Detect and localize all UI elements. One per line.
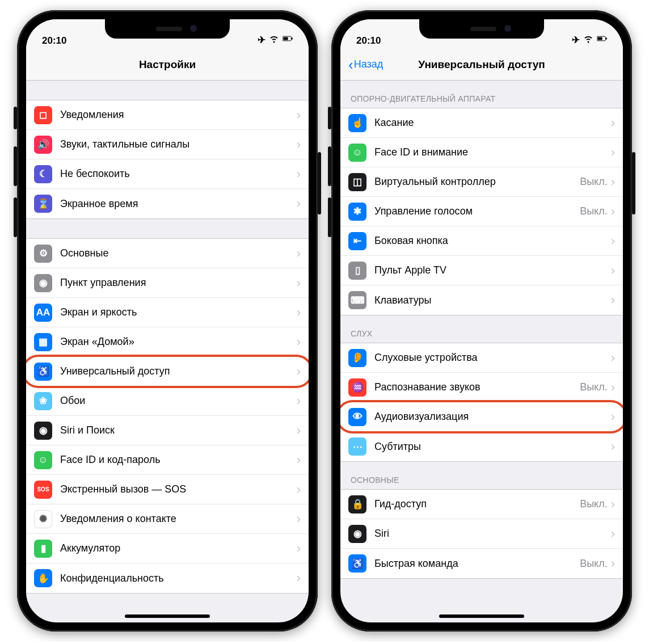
privacy-icon: ✋ xyxy=(34,569,52,587)
nav-title: Настройки xyxy=(139,58,196,71)
settings-row-guided-access[interactable]: 🔒Гид-доступВыкл.› xyxy=(340,490,623,519)
section-header-motor: Опорно-двигательный аппарат xyxy=(340,81,623,108)
row-value: Выкл. xyxy=(580,205,608,217)
accessibility-content[interactable]: Опорно-двигательный аппарат ☝Касание›☺Fa… xyxy=(340,81,623,622)
row-label: Siri xyxy=(374,528,611,540)
settings-row-general[interactable]: ⚙Основные› xyxy=(26,239,309,268)
settings-row-siri[interactable]: ◉Siri и Поиск› xyxy=(26,416,309,445)
wifi-icon xyxy=(583,33,593,47)
chevron-right-icon: › xyxy=(297,483,301,496)
chevron-right-icon: › xyxy=(611,264,615,277)
chevron-right-icon: › xyxy=(297,197,301,210)
settings-row-screentime[interactable]: ⌛Экранное время› xyxy=(26,189,309,218)
row-value: Выкл. xyxy=(580,498,608,510)
shortcut-icon: ♿ xyxy=(348,554,366,573)
row-label: Face ID и код-пароль xyxy=(60,454,297,466)
row-label: Универсальный доступ xyxy=(60,365,297,377)
chevron-right-icon: › xyxy=(297,109,301,121)
row-label: Звуки, тактильные сигналы xyxy=(60,138,297,150)
chevron-right-icon: › xyxy=(611,440,615,453)
voice-control-icon: ✱ xyxy=(348,203,366,221)
sos-icon: SOS xyxy=(34,481,52,499)
chevron-right-icon: › xyxy=(611,498,615,511)
chevron-right-icon: › xyxy=(297,306,301,319)
row-label: Касание xyxy=(374,117,611,129)
homescreen-icon: ▦ xyxy=(34,333,52,351)
home-indicator[interactable] xyxy=(125,614,210,618)
settings-row-shortcut[interactable]: ♿Быстрая командаВыкл.› xyxy=(340,549,623,578)
row-label: Распознавание звуков xyxy=(374,381,580,393)
settings-row-voice-control[interactable]: ✱Управление голосомВыкл.› xyxy=(340,197,623,226)
section-header-hearing: Слух xyxy=(340,315,623,343)
subtitles-icon: ⋯ xyxy=(348,437,366,456)
chevron-right-icon: › xyxy=(611,176,615,188)
settings-row-hearing-devices[interactable]: 👂Слуховые устройства› xyxy=(340,343,623,373)
battery-icon xyxy=(283,33,293,47)
row-label: Экранное время xyxy=(60,198,297,210)
settings-row-faceid-attention[interactable]: ☺Face ID и внимание› xyxy=(340,138,623,167)
settings-row-battery[interactable]: ▮Аккумулятор› xyxy=(26,534,309,563)
nav-title: Универсальный доступ xyxy=(418,58,545,71)
chevron-right-icon: › xyxy=(297,277,301,289)
switch-control-icon: ◫ xyxy=(348,173,366,191)
chevron-right-icon: › xyxy=(297,513,301,525)
row-label: Пункт управления xyxy=(60,277,297,289)
settings-row-side-button[interactable]: ⇤Боковая кнопка› xyxy=(340,226,623,256)
settings-row-privacy[interactable]: ✋Конфиденциальность› xyxy=(26,563,309,593)
settings-row-apple-tv-remote[interactable]: ▯Пульт Apple TV› xyxy=(340,256,623,285)
side-button-icon: ⇤ xyxy=(348,232,366,250)
settings-row-switch-control[interactable]: ◫Виртуальный контроллерВыкл.› xyxy=(340,167,623,197)
settings-row-accessibility[interactable]: ♿Универсальный доступ› xyxy=(26,357,309,386)
row-label: Аккумулятор xyxy=(60,542,297,554)
chevron-left-icon: ‹ xyxy=(348,57,353,72)
touch-icon: ☝ xyxy=(348,114,366,132)
settings-row-keyboards[interactable]: ⌨Клавиатуры› xyxy=(340,285,623,315)
settings-row-touch[interactable]: ☝Касание› xyxy=(340,108,623,138)
back-button[interactable]: ‹ Назад xyxy=(348,57,383,72)
hearing-devices-icon: 👂 xyxy=(348,349,366,367)
section-header-general: Основные xyxy=(340,462,623,489)
wifi-icon xyxy=(269,33,279,47)
settings-row-display[interactable]: AAЭкран и яркость› xyxy=(26,298,309,327)
settings-row-sound-recognition[interactable]: ♒Распознавание звуковВыкл.› xyxy=(340,373,623,402)
row-value: Выкл. xyxy=(580,176,608,188)
settings-row-dnd[interactable]: ☾Не беспокоить› xyxy=(26,159,309,189)
svg-rect-4 xyxy=(597,37,602,40)
settings-row-wallpaper[interactable]: ❀Обои› xyxy=(26,386,309,416)
settings-row-siri-acc[interactable]: ◉Siri› xyxy=(340,519,623,549)
notch xyxy=(105,19,230,39)
battery-icon: ▮ xyxy=(34,540,52,558)
svg-rect-5 xyxy=(606,37,607,40)
settings-row-faceid[interactable]: ☺Face ID и код-пароль› xyxy=(26,445,309,475)
sounds-icon: 🔊 xyxy=(34,136,52,154)
chevron-right-icon: › xyxy=(297,454,301,466)
settings-content[interactable]: ◻Уведомления›🔊Звуки, тактильные сигналы›… xyxy=(26,81,309,622)
apple-tv-remote-icon: ▯ xyxy=(348,262,366,280)
faceid-attention-icon: ☺ xyxy=(348,144,366,162)
row-label: Быстрая команда xyxy=(374,558,580,570)
svg-rect-2 xyxy=(292,37,293,40)
accessibility-icon: ♿ xyxy=(34,363,52,381)
settings-row-notifications[interactable]: ◻Уведомления› xyxy=(26,100,309,130)
wallpaper-icon: ❀ xyxy=(34,392,52,410)
row-label: Слуховые устройства xyxy=(374,352,611,364)
settings-row-sos[interactable]: SOSЭкстренный вызов — SOS› xyxy=(26,475,309,504)
row-label: Основные xyxy=(60,247,297,259)
chevron-right-icon: › xyxy=(611,235,615,247)
settings-row-control-center[interactable]: ◉Пункт управления› xyxy=(26,268,309,298)
settings-row-sounds[interactable]: 🔊Звуки, тактильные сигналы› xyxy=(26,130,309,159)
notifications-icon: ◻ xyxy=(34,106,52,124)
home-indicator[interactable] xyxy=(439,614,524,618)
row-label: Конфиденциальность xyxy=(60,573,297,584)
phone-left: 20:10 ✈ Настройки ◻Уведомления›🔊Звуки, т… xyxy=(17,10,318,632)
settings-row-audio-visual[interactable]: 👁Аудиовизуализация› xyxy=(340,402,623,432)
chevron-right-icon: › xyxy=(611,205,615,218)
settings-row-homescreen[interactable]: ▦Экран «Домой»› xyxy=(26,327,309,357)
battery-icon xyxy=(597,33,607,47)
chevron-right-icon: › xyxy=(611,528,615,540)
row-label: Siri и Поиск xyxy=(60,424,297,436)
settings-row-subtitles[interactable]: ⋯Субтитры› xyxy=(340,432,623,461)
settings-row-exposure[interactable]: ✺Уведомления о контакте› xyxy=(26,504,309,534)
row-label: Экстренный вызов — SOS xyxy=(60,483,297,495)
chevron-right-icon: › xyxy=(297,168,301,180)
